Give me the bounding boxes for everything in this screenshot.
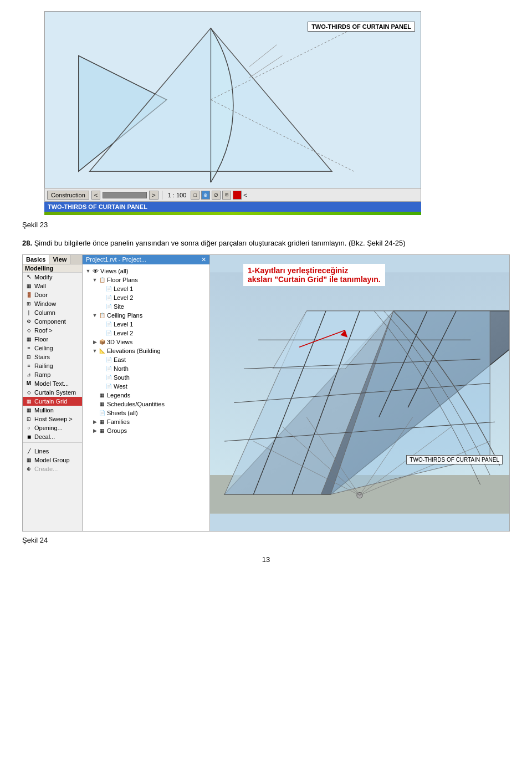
expander-3d-views[interactable]: ▶	[91, 339, 98, 345]
curtain-system-icon: ◇	[25, 389, 33, 396]
elev-north-icon: 📄	[105, 365, 112, 372]
tree-item-south[interactable]: 📄 South	[83, 373, 209, 382]
icon-arrow-left[interactable]: <	[243, 192, 247, 198]
modify-icon: ↖	[25, 273, 33, 281]
sidebar-item-stairs[interactable]: ⊟ Stairs	[23, 353, 82, 361]
elev-east-icon: 📄	[105, 356, 112, 364]
sidebar-section-modelling: Modelling	[23, 264, 82, 273]
sidebar-item-modify[interactable]: ↖ Modify	[23, 273, 82, 282]
tree-item-legends[interactable]: ▦ Legends	[83, 391, 209, 400]
section-number: 28.	[22, 239, 32, 247]
close-button[interactable]: ✕	[201, 256, 206, 263]
ramp-icon: ⊿	[25, 371, 33, 379]
tree-item-site-fp[interactable]: 📄 Site	[83, 302, 209, 311]
plan-icon-2: 📄	[105, 294, 112, 302]
sidebar-item-wall[interactable]: ▦ Wall	[23, 282, 82, 290]
tree-item-ceiling-plans[interactable]: ▼ 📋 Ceiling Plans	[83, 311, 209, 320]
tree-item-groups[interactable]: ▶ ▦ Groups	[83, 426, 209, 435]
icon-cursor[interactable]: ∅	[212, 191, 221, 200]
tree-item-level1-fp[interactable]: 📄 Level 1	[83, 284, 209, 293]
tree-item-west[interactable]: 📄 West	[83, 382, 209, 391]
cad-label-box: TWO-THIRDS OF CURTAIN PANEL	[406, 455, 503, 464]
plan-icon-4: 📄	[105, 320, 112, 328]
expander-groups[interactable]: ▶	[91, 427, 98, 434]
elevations-icon: 📐	[98, 347, 106, 355]
tab-view[interactable]: View	[49, 255, 70, 264]
icon-globe[interactable]: ⊕	[201, 191, 210, 200]
expander-families[interactable]: ▶	[91, 418, 98, 425]
toolbar-icons: □ ⊕ ∅ ⊞ <	[191, 191, 247, 200]
tree-item-3d-views[interactable]: ▶ 📦 3D Views	[83, 338, 209, 346]
sidebar-tabs: Basics View	[23, 255, 82, 264]
tree-item-level1-cp[interactable]: 📄 Level 1	[83, 320, 209, 329]
plan-icon: 📄	[105, 285, 112, 293]
sidebar-item-ceiling[interactable]: ≡ Ceiling	[23, 344, 82, 353]
sidebar-item-door[interactable]: 🚪 Door	[23, 290, 82, 299]
sidebar-item-lines[interactable]: ╱ Lines	[23, 447, 82, 456]
sidebar-item-ramp[interactable]: ⊿ Ramp	[23, 370, 82, 379]
figure-bottom-content: Basics View Modelling ↖ Modify ▦ Wall 🚪	[22, 254, 510, 532]
tree-item-east[interactable]: 📄 East	[83, 355, 209, 364]
sidebar-item-roof[interactable]: ◇ Roof >	[23, 326, 82, 335]
floor-plans-icon: 📋	[98, 276, 106, 284]
families-icon: ▦	[98, 418, 106, 426]
scroll-bar[interactable]	[103, 192, 147, 198]
tree-item-elevations[interactable]: ▼ 📐 Elevations (Building	[83, 346, 209, 355]
plan-icon-3: 📄	[105, 303, 112, 310]
floor-icon: ▦	[25, 335, 33, 343]
roof-icon: ◇	[25, 326, 33, 334]
tree-item-views-all[interactable]: ▼ 👁 Views (all)	[83, 267, 209, 275]
sidebar-item-model-group[interactable]: ▦ Model Group	[23, 456, 82, 464]
expander-elevations[interactable]: ▼	[91, 348, 98, 354]
expander-floor-plans[interactable]: ▼	[91, 277, 98, 283]
ceiling-icon: ≡	[25, 344, 33, 352]
tree-item-families[interactable]: ▶ ▦ Families	[83, 417, 209, 426]
sidebar-item-create[interactable]: ⊕ Create...	[23, 464, 82, 473]
sidebar-item-curtain-system[interactable]: ◇ Curtain System	[23, 388, 82, 397]
figure-top: TWO-THIRDS OF CURTAIN PANEL	[22, 11, 510, 229]
wall-icon: ▦	[25, 282, 33, 290]
expander-ceiling-plans[interactable]: ▼	[91, 312, 98, 319]
tree-item-north[interactable]: 📄 North	[83, 364, 209, 373]
project-tree: ▼ 👁 Views (all) ▼ 📋 Floor Plans	[83, 264, 209, 531]
sidebar-item-host-sweep[interactable]: ⊡ Host Sweep >	[23, 415, 82, 423]
sidebar-item-opening[interactable]: ○ Opening...	[23, 423, 82, 432]
expander-views-all[interactable]: ▼	[85, 268, 91, 274]
lines-icon: ╱	[25, 447, 33, 455]
annotation-line2: aksları "Curtain Grid" ile tanımlayın.	[248, 275, 381, 284]
nav-left[interactable]: <	[91, 191, 100, 200]
icon-red[interactable]	[233, 191, 242, 200]
tree-item-schedules[interactable]: ▦ Schedules/Quantities	[83, 400, 209, 408]
figure-bottom: Basics View Modelling ↖ Modify ▦ Wall 🚪	[22, 254, 510, 544]
sidebar-item-component[interactable]: ⚙ Component	[23, 317, 82, 326]
sidebar-item-model-text[interactable]: M Model Text...	[23, 379, 82, 388]
construction-button[interactable]: Construction	[47, 191, 89, 200]
nav-right[interactable]: >	[149, 191, 158, 200]
sidebar-item-decal[interactable]: ◼ Decal...	[23, 432, 82, 441]
sidebar-item-column[interactable]: | Column	[23, 308, 82, 317]
cad-viewport-top: TWO-THIRDS OF CURTAIN PANEL	[44, 11, 421, 188]
green-bar	[44, 212, 421, 215]
create-icon: ⊕	[25, 465, 33, 473]
tree-item-level2-cp[interactable]: 📄 Level 2	[83, 329, 209, 338]
sidebar-item-railing[interactable]: ≡ Railing	[23, 361, 82, 370]
sidebar-item-floor[interactable]: ▦ Floor	[23, 335, 82, 344]
sekil-24-label: Şekil 24	[22, 536, 510, 544]
sidebar-item-mullion[interactable]: ▦ Mullion	[23, 406, 82, 415]
tree-item-sheets[interactable]: 📄 Sheets (all)	[83, 408, 209, 417]
tree-item-floor-plans[interactable]: ▼ 📋 Floor Plans	[83, 275, 209, 284]
schedules-icon: ▦	[98, 400, 106, 408]
text-section: 28. Şimdi bu bilgilerle önce panelin yar…	[22, 238, 510, 249]
tree-item-level2-fp[interactable]: 📄 Level 2	[83, 293, 209, 302]
icon-square1[interactable]: □	[191, 191, 200, 200]
blue-title-bar: TWO-THIRDS OF CURTAIN PANEL	[44, 202, 421, 212]
tab-basics[interactable]: Basics	[23, 255, 49, 264]
cad-3d-drawing	[210, 255, 509, 531]
sidebar-item-curtain-grid[interactable]: ▦ Curtain Grid	[23, 397, 82, 406]
sidebar-item-window[interactable]: ⊞ Window	[23, 299, 82, 308]
icon-fence[interactable]: ⊞	[222, 191, 231, 200]
plan-icon-5: 📄	[105, 329, 112, 337]
model-group-icon: ▦	[25, 456, 33, 464]
views-icon: 👁	[91, 267, 99, 275]
curtain-grid-icon: ▦	[25, 397, 33, 405]
